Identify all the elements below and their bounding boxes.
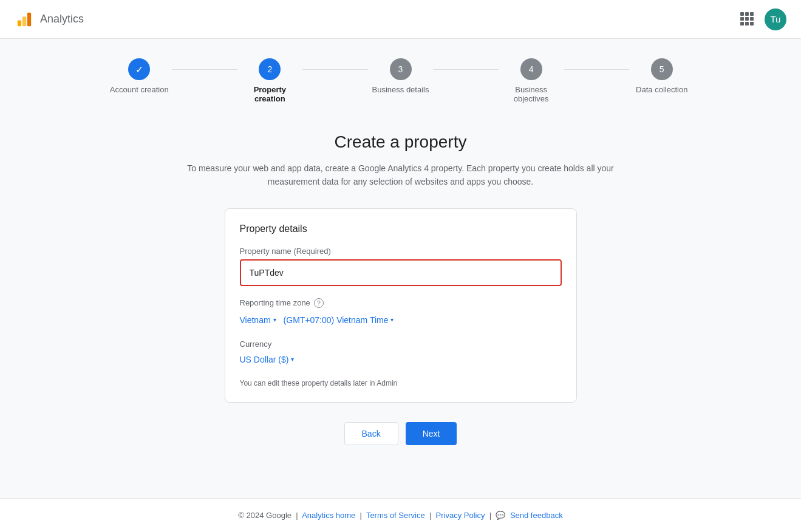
apps-grid-icon[interactable] [740,12,755,27]
connector-4-5 [564,69,629,70]
timezone-label: Reporting time zone [240,298,310,307]
step-2-circle: 2 [259,58,281,80]
property-details-card: Property details Property name (Required… [225,208,577,403]
step-1: ✓ Account creation [106,58,172,94]
header: Analytics Tu [0,0,801,39]
analytics-logo-icon [15,10,34,29]
timezone-select-row: Vietnam ▾ (GMT+07:00) Vietnam Time ▾ [240,313,562,327]
step-2-label: Property creation [237,85,303,103]
country-value: Vietnam [240,315,271,325]
page-subtitle: To measure your web and app data, create… [170,162,632,189]
step-1-label: Account creation [110,85,169,94]
svg-rect-1 [22,16,26,26]
send-feedback-link[interactable]: Send feedback [510,511,563,520]
main-content: ✓ Account creation 2 Property creation 3… [97,39,704,494]
currency-chevron-icon: ▾ [291,356,294,363]
avatar[interactable]: Tu [765,9,786,30]
analytics-home-link[interactable]: Analytics home [302,511,355,520]
connector-2-3 [302,69,368,70]
step-4-number: 4 [529,64,534,74]
step-5-label: Data collection [636,85,687,94]
step-3-number: 3 [398,64,403,74]
timezone-select[interactable]: (GMT+07:00) Vietnam Time ▾ [284,313,394,327]
button-row: Back Next [107,422,695,445]
feedback-icon: 💬 [496,511,505,520]
currency-group: Currency US Dollar ($) ▾ [240,339,562,367]
page-title: Create a property [107,132,695,152]
timezone-chevron-icon: ▾ [390,316,394,323]
terms-of-service-link[interactable]: Terms of Service [366,511,425,520]
currency-select-wrapper: US Dollar ($) ▾ [240,352,295,367]
copyright-text: © 2024 Google [238,511,291,520]
country-select[interactable]: Vietnam ▾ [240,313,276,327]
timezone-select-wrapper: (GMT+07:00) Vietnam Time ▾ [284,313,394,327]
property-name-group: Property name (Required) [240,247,562,286]
currency-select[interactable]: US Dollar ($) ▾ [240,352,295,367]
timezone-help-icon[interactable]: ? [314,298,324,308]
help-question-mark: ? [317,299,321,307]
footer: © 2024 Google | Analytics home | Terms o… [0,498,801,532]
timezone-label-row: Reporting time zone ? [240,298,562,308]
header-right: Tu [740,9,786,30]
country-select-wrapper: Vietnam ▾ [240,313,276,327]
header-left: Analytics [15,10,84,29]
connector-3-4 [433,69,499,70]
app-title: Analytics [40,13,84,26]
timezone-group: Reporting time zone ? Vietnam ▾ (GMT+07:… [240,298,562,327]
next-button[interactable]: Next [406,422,457,445]
currency-label: Currency [240,339,562,349]
country-chevron-icon: ▾ [273,316,276,323]
step-3: 3 Business details [368,58,434,94]
privacy-policy-link[interactable]: Privacy Policy [436,511,485,520]
step-5-circle: 5 [651,58,673,80]
step-3-label: Business details [372,85,429,94]
step-4-circle: 4 [520,58,542,80]
timezone-value: (GMT+07:00) Vietnam Time [284,315,389,325]
property-name-label: Property name (Required) [240,247,562,256]
step-2: 2 Property creation [237,58,303,103]
card-title: Property details [240,223,562,234]
edit-note: You can edit these property details late… [240,379,562,387]
step-4: 4 Business objectives [499,58,564,103]
step-1-circle: ✓ [128,58,150,80]
svg-rect-2 [27,12,31,26]
step-4-label: Business objectives [499,85,564,103]
currency-value: US Dollar ($) [240,355,289,364]
step-1-check-icon: ✓ [135,64,143,75]
step-5: 5 Data collection [629,58,695,94]
step-5-number: 5 [660,64,664,74]
back-button[interactable]: Back [344,422,398,445]
stepper: ✓ Account creation 2 Property creation 3… [107,58,695,103]
svg-rect-0 [18,20,21,26]
connector-1-2 [172,69,237,70]
step-2-number: 2 [267,64,272,74]
property-name-input[interactable] [240,259,562,286]
step-3-circle: 3 [390,58,412,80]
